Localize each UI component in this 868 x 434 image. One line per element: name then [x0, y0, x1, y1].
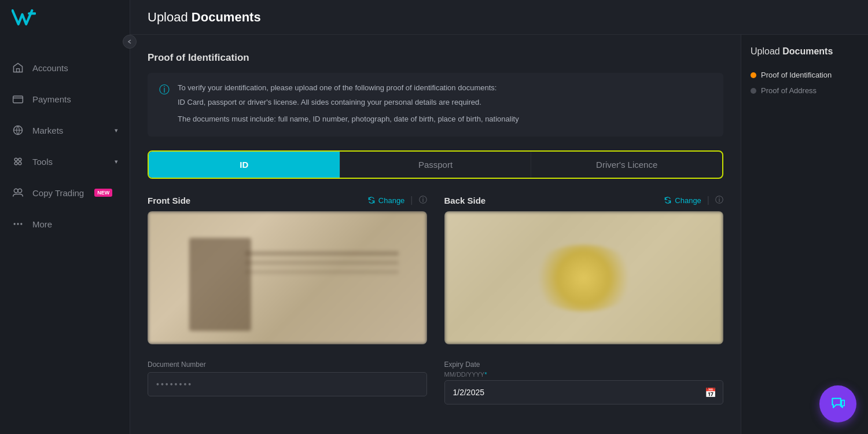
front-change-button[interactable]: Change: [367, 196, 405, 205]
tab-drivers-licence[interactable]: Driver's Licence: [531, 152, 722, 178]
tools-arrow: ▾: [115, 158, 118, 165]
info-text: To verify your identification, please up…: [178, 82, 519, 127]
payments-icon: [12, 93, 24, 105]
info-line2: ID Card, passport or driver's license. A…: [178, 97, 519, 109]
separator-1: |: [410, 195, 413, 205]
svg-point-6: [14, 162, 17, 165]
tab-id[interactable]: ID: [149, 152, 340, 178]
back-side-label: Back Side: [444, 196, 486, 205]
front-id-preview[interactable]: [148, 211, 427, 344]
page-title-plain: Upload: [148, 10, 192, 24]
front-side-label: Front Side: [148, 196, 190, 205]
sidebar-item-copy-trading-label: Copy Trading: [32, 188, 84, 198]
sidebar-item-payments[interactable]: Payments: [0, 83, 130, 115]
info-line1: To verify your identification, please up…: [178, 82, 519, 94]
chat-icon: [829, 395, 847, 413]
upload-row: Front Side Change: [148, 195, 723, 344]
svg-point-8: [18, 189, 22, 193]
back-info-icon[interactable]: ⓘ: [715, 195, 723, 205]
svg-point-7: [14, 189, 18, 193]
doc-type-tabs: ID Passport Driver's Licence: [148, 150, 723, 179]
sidebar-item-markets[interactable]: Markets ▾: [0, 115, 130, 146]
svg-point-10: [17, 223, 19, 225]
tab-passport[interactable]: Passport: [340, 152, 532, 178]
expiry-wrapper: 📅: [444, 380, 724, 404]
svg-point-4: [19, 162, 21, 165]
right-sidebar-title: Upload Documents: [751, 46, 859, 57]
sidebar-item-tools[interactable]: Tools ▾: [0, 146, 130, 177]
page-title-bold: Documents: [192, 10, 261, 24]
back-change-label: Change: [675, 196, 701, 205]
svg-rect-0: [17, 69, 20, 72]
expiry-date-label: Expiry Date: [444, 361, 724, 369]
right-sidebar: Upload Documents Proof of Identification…: [741, 35, 868, 434]
doc-number-label: Document Number: [148, 361, 427, 369]
sidebar-item-more-label: More: [32, 219, 52, 229]
more-icon: [12, 218, 24, 230]
back-label-row: Back Side Change: [444, 195, 724, 205]
svg-point-5: [19, 158, 21, 161]
front-label-row: Front Side Change: [148, 195, 427, 205]
front-info-icon[interactable]: ⓘ: [419, 195, 427, 205]
sidebar-item-copy-trading[interactable]: Copy Trading NEW: [0, 177, 130, 208]
logo-icon: [12, 8, 36, 27]
back-change-button[interactable]: Change: [664, 196, 701, 205]
expiry-date-input[interactable]: [444, 380, 724, 404]
front-change-label: Change: [378, 196, 405, 205]
form-row: Document Number Expiry Date MM/DD/YYYY* …: [148, 361, 723, 404]
home-icon: [12, 61, 24, 74]
sidebar-item-tools-label: Tools: [32, 157, 53, 167]
chevron-left-icon: [127, 39, 133, 45]
info-box: ⓘ To verify your identification, please …: [148, 73, 723, 137]
chat-fab-button[interactable]: [819, 385, 856, 422]
svg-point-11: [20, 223, 22, 225]
proof-address-status-dot: [751, 88, 756, 94]
tools-icon: [12, 155, 24, 168]
sidebar-item-markets-label: Markets: [32, 126, 63, 135]
right-nav-proof-id[interactable]: Proof of Identification: [751, 67, 859, 83]
proof-id-label: Proof of Identification: [761, 71, 832, 79]
content-area: Proof of Identification ⓘ To verify your…: [130, 35, 741, 434]
globe-icon: [12, 124, 24, 137]
sidebar-nav: Accounts Payments Markets: [0, 35, 130, 434]
sidebar-item-more[interactable]: More: [0, 208, 130, 240]
info-line3: The documents must include: full name, I…: [178, 113, 519, 126]
proof-id-status-dot: [751, 72, 756, 78]
back-id-preview[interactable]: [444, 211, 724, 344]
copy-trading-new-badge: NEW: [94, 189, 112, 197]
sidebar-item-payments-label: Payments: [32, 94, 71, 104]
main-body: Proof of Identification ⓘ To verify your…: [130, 35, 868, 434]
doc-number-input[interactable]: [148, 372, 427, 396]
sidebar-item-accounts[interactable]: Accounts: [0, 52, 130, 83]
separator-2: |: [707, 195, 709, 205]
main-content: Upload Documents Proof of Identification…: [130, 0, 868, 434]
doc-number-col: Document Number: [148, 361, 427, 404]
refresh-icon-2: [664, 196, 672, 204]
sidebar: Accounts Payments Markets: [0, 0, 130, 434]
right-nav-proof-address[interactable]: Proof of Address: [751, 83, 859, 98]
sidebar-item-accounts-label: Accounts: [32, 63, 68, 73]
front-side-col: Front Side Change: [148, 195, 427, 344]
back-side-col: Back Side Change: [444, 195, 724, 344]
svg-point-3: [14, 158, 17, 161]
proof-address-label: Proof of Address: [761, 86, 816, 95]
svg-point-9: [14, 223, 16, 225]
main-header: Upload Documents: [130, 0, 868, 35]
markets-arrow: ▾: [115, 127, 118, 134]
expiry-date-col: Expiry Date MM/DD/YYYY* 📅: [444, 361, 724, 404]
proof-section-title: Proof of Identification: [148, 52, 723, 64]
copy-trading-icon: [12, 186, 24, 199]
svg-rect-1: [13, 96, 23, 103]
refresh-icon: [367, 196, 376, 204]
front-id-image: [148, 211, 427, 344]
page-title: Upload Documents: [148, 10, 261, 25]
sidebar-collapse-button[interactable]: [123, 35, 137, 49]
info-icon: ⓘ: [159, 83, 170, 97]
back-id-image: [444, 211, 724, 344]
logo: [0, 0, 130, 35]
expiry-sublabel: MM/DD/YYYY*: [444, 371, 724, 378]
